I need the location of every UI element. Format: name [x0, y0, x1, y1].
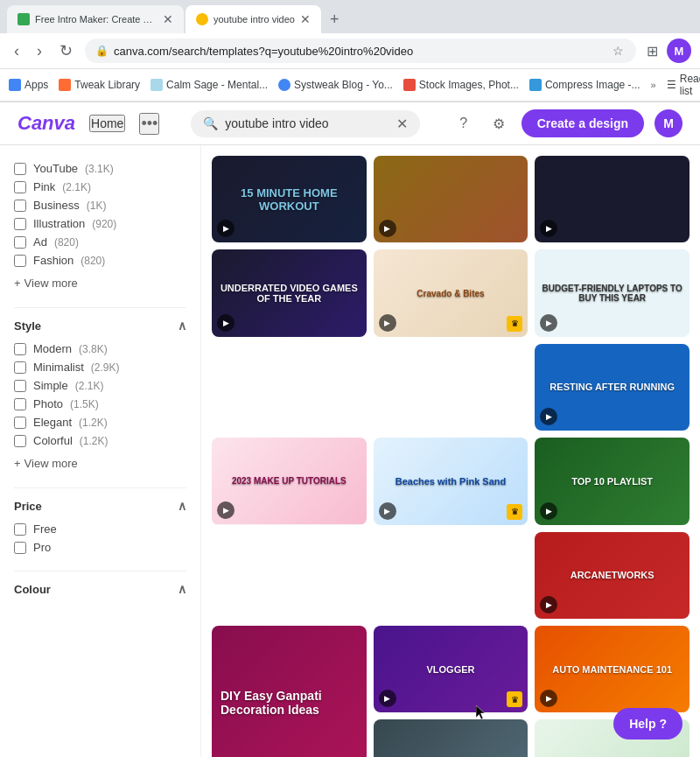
- topic-view-more[interactable]: + View more: [14, 273, 186, 293]
- filter-pro[interactable]: Pro: [14, 538, 186, 557]
- template-makeup[interactable]: 2023 MAKE UP TUTORIALS ▶: [212, 438, 367, 524]
- filter-modern[interactable]: Modern (3.8K): [14, 340, 186, 358]
- filter-business[interactable]: Business (1K): [14, 196, 186, 214]
- colour-chevron-icon: ∧: [178, 582, 186, 596]
- filter-colorful-label: Colorful: [33, 434, 73, 447]
- filter-ad-label: Ad: [33, 235, 47, 249]
- filter-free[interactable]: Free: [14, 520, 186, 538]
- filter-minimalist-label: Minimalist: [33, 361, 84, 374]
- filter-ad-checkbox[interactable]: [14, 236, 26, 249]
- filter-youtube[interactable]: YouTube (3.1K): [14, 159, 186, 178]
- template-laptop[interactable]: BUDGET-FRIENDLY LAPTOPS TO BUY THIS YEAR…: [535, 249, 690, 336]
- search-clear-icon[interactable]: ✕: [396, 116, 408, 132]
- filter-elegant-checkbox[interactable]: [14, 417, 26, 429]
- template-automain[interactable]: AUTO MAINTENANCE 101 ▶: [535, 626, 690, 712]
- template-game[interactable]: UNDERRATED VIDEO GAMES OF THE YEAR ▶: [212, 249, 367, 336]
- forward-button[interactable]: ›: [32, 40, 47, 62]
- main-content: 15 MINUTE HOME WORKOUT ▶ ▶ ▶: [201, 145, 700, 757]
- reading-list-button[interactable]: ☰ Reading list: [667, 73, 700, 97]
- template-beach[interactable]: Beaches with Pink Sand ▶ ♛: [374, 438, 528, 524]
- style-heading[interactable]: Style ∧: [14, 319, 186, 333]
- template-diy-label: DIY Easy Ganpati Decoration Ideas: [212, 626, 367, 757]
- tab-2-close[interactable]: ✕: [300, 12, 311, 26]
- template-t3[interactable]: ▶: [535, 156, 690, 242]
- filter-modern-checkbox[interactable]: [14, 343, 26, 355]
- filter-colorful-checkbox[interactable]: [14, 435, 26, 447]
- filter-simple-label: Simple: [33, 379, 68, 392]
- canva-search-input[interactable]: [225, 116, 388, 130]
- new-tab-button[interactable]: +: [323, 7, 346, 32]
- template-arcanet[interactable]: ARCANETWORKS ▶: [535, 532, 690, 619]
- filter-photo[interactable]: Photo (1.5K): [14, 395, 186, 413]
- address-bar[interactable]: 🔒 canva.com/search/templates?q=youtube%2…: [85, 39, 636, 63]
- tab-1[interactable]: Free Intro Maker: Create YouTub... ✕: [7, 5, 184, 33]
- bookmark-star[interactable]: ☆: [611, 42, 626, 60]
- template-diy[interactable]: DIY Easy Ganpati Decoration Ideas ▶: [212, 626, 367, 757]
- filter-elegant[interactable]: Elegant (1.2K): [14, 413, 186, 431]
- bookmark-sys[interactable]: Systweak Blog - Yo...: [278, 79, 393, 91]
- filter-youtube-checkbox[interactable]: [14, 163, 26, 175]
- canva-more-button[interactable]: •••: [139, 113, 159, 135]
- filter-illustration-checkbox[interactable]: [14, 218, 26, 230]
- bookmark-apps[interactable]: Apps: [9, 79, 48, 91]
- filter-simple-checkbox[interactable]: [14, 380, 26, 392]
- filter-fashion-checkbox[interactable]: [14, 255, 26, 267]
- reload-button[interactable]: ↻: [54, 39, 78, 62]
- colour-heading[interactable]: Colour ∧: [14, 582, 186, 596]
- filter-pro-label: Pro: [33, 541, 51, 554]
- tab-bar: Free Intro Maker: Create YouTub... ✕ you…: [0, 0, 700, 33]
- template-vlogger[interactable]: VLOGGER ▶ ♛: [374, 626, 528, 712]
- filter-simple[interactable]: Simple (2.1K): [14, 376, 186, 395]
- crown-icon: ♛: [507, 316, 522, 332]
- template-t2[interactable]: ▶: [374, 156, 528, 242]
- bookmark-calm[interactable]: Calm Sage - Mental...: [150, 79, 268, 91]
- extensions-button[interactable]: ⊞: [643, 39, 662, 63]
- bookmark-tweak[interactable]: Tweak Library: [59, 79, 140, 91]
- filter-business-checkbox[interactable]: [14, 200, 26, 212]
- filter-fashion[interactable]: Fashion (820): [14, 251, 186, 270]
- canva-search-bar[interactable]: 🔍 ✕: [191, 110, 419, 137]
- sys-favicon: [278, 79, 290, 91]
- template-makeup-label: 2023 MAKE UP TUTORIALS: [212, 438, 367, 524]
- calm-favicon: [150, 79, 163, 91]
- filter-ad[interactable]: Ad (820): [14, 233, 186, 251]
- create-design-button[interactable]: Create a design: [522, 109, 644, 137]
- style-heading-label: Style: [14, 319, 41, 333]
- filter-pro-checkbox[interactable]: [14, 542, 26, 554]
- filter-free-label: Free: [33, 522, 57, 536]
- divider-1: [14, 307, 186, 308]
- settings-button[interactable]: ⚙: [486, 111, 511, 136]
- filter-colorful[interactable]: Colorful (1.2K): [14, 431, 186, 450]
- template-bows[interactable]: BOWS & GROWLS ▶: [374, 719, 528, 757]
- filter-minimalist[interactable]: Minimalist (2.9K): [14, 358, 186, 376]
- tab-1-close[interactable]: ✕: [163, 12, 173, 26]
- filter-minimalist-checkbox[interactable]: [14, 361, 26, 374]
- filter-pink-checkbox[interactable]: [14, 181, 26, 193]
- filter-illustration[interactable]: Illustration (920): [14, 214, 186, 233]
- bookmark-compress[interactable]: Compress Image -...: [529, 79, 640, 91]
- style-view-more[interactable]: + View more: [14, 453, 186, 473]
- tab-2[interactable]: youtube intro video ✕: [186, 5, 321, 33]
- filter-photo-count: (1.5K): [70, 398, 99, 410]
- play-icon: ▶: [540, 220, 557, 237]
- profile-button[interactable]: M: [667, 39, 691, 63]
- bookmarks-more[interactable]: »: [651, 80, 656, 90]
- filter-free-checkbox[interactable]: [14, 523, 26, 536]
- template-running[interactable]: RESTING AFTER RUNNING ▶: [535, 344, 690, 431]
- template-cravado[interactable]: Cravado & Bites ▶ ♛: [374, 249, 528, 336]
- help-floating-button[interactable]: Help ?: [613, 708, 682, 739]
- canva-home-button[interactable]: Home: [89, 115, 125, 132]
- bookmark-stock[interactable]: Stock Images, Phot...: [403, 79, 519, 91]
- nav-icons: ⊞ M: [643, 39, 691, 63]
- template-playlist[interactable]: TOP 10 PLAYLIST ▶: [535, 438, 690, 524]
- reading-list-label: Reading list: [680, 73, 700, 97]
- template-workout[interactable]: 15 MINUTE HOME WORKOUT ▶: [212, 156, 367, 242]
- filter-photo-checkbox[interactable]: [14, 398, 26, 410]
- back-button[interactable]: ‹: [9, 40, 24, 62]
- price-heading[interactable]: Price ∧: [14, 499, 186, 513]
- filter-pink[interactable]: Pink (2.1K): [14, 178, 186, 196]
- help-button[interactable]: ?: [452, 111, 476, 136]
- user-avatar[interactable]: M: [654, 109, 682, 137]
- canva-logo[interactable]: Canva: [18, 112, 75, 135]
- price-section: Price ∧ Free Pro: [14, 499, 186, 557]
